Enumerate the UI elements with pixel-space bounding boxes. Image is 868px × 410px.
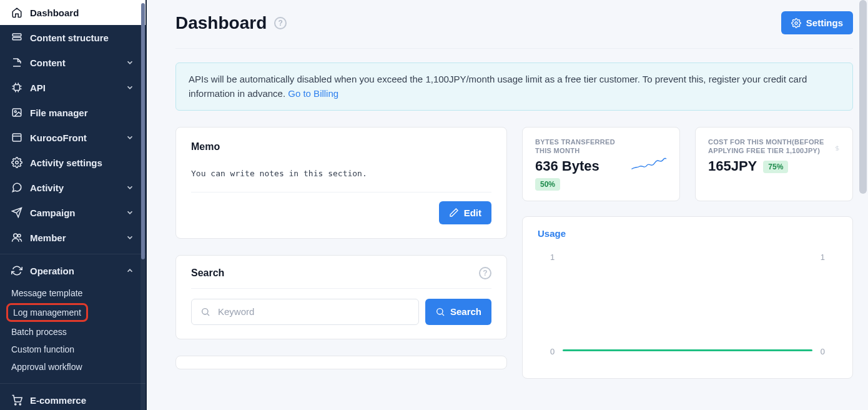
dollar-icon: [834, 140, 840, 156]
usage-axis-right-min: 0: [821, 347, 825, 356]
svg-point-4: [14, 111, 16, 112]
svg-point-7: [14, 234, 17, 238]
sidebar-item-content-structure[interactable]: Content structure: [0, 25, 145, 50]
settings-button[interactable]: Settings: [781, 11, 853, 34]
sidebar-item-campaign[interactable]: Campaign: [0, 200, 145, 225]
sidebar-item-activity-settings[interactable]: Activity settings: [0, 150, 145, 175]
billing-alert: APIs will be automatically disabled when…: [175, 62, 853, 111]
usage-chart: 1 0 1 0: [538, 252, 837, 359]
column-left: Memo You can write notes in this section…: [175, 127, 507, 369]
memo-title: Memo: [191, 141, 220, 152]
dashboard-columns: Memo You can write notes in this section…: [175, 127, 853, 379]
sidebar-item-member[interactable]: Member: [0, 225, 145, 250]
image-icon: [11, 107, 22, 118]
window-icon: [11, 132, 22, 143]
sidebar-subitem-log-management[interactable]: Log management: [6, 303, 88, 322]
refresh-icon: [11, 265, 22, 276]
chevron-down-icon: [126, 133, 134, 142]
svg-point-12: [202, 308, 208, 314]
cart-icon: [11, 394, 22, 406]
billing-link[interactable]: Go to Billing: [288, 88, 338, 99]
sidebar-item-label: Member: [30, 232, 66, 243]
sidebar-item-dashboard[interactable]: Dashboard: [0, 0, 145, 25]
memo-card: Memo You can write notes in this section…: [175, 127, 507, 239]
stat-cost-label: COST FOR THIS MONTH(BEFORE APPLYING FREE…: [708, 138, 829, 156]
sidebar-scrollbar-thumb[interactable]: [141, 3, 145, 259]
sidebar-item-label: Dashboard: [30, 8, 79, 18]
search-input[interactable]: [217, 306, 410, 318]
usage-chart-line: [563, 349, 812, 351]
stat-cost-value: 165JPY: [708, 158, 757, 174]
sidebar-divider: [0, 254, 145, 254]
sidebar-item-label: Campaign: [30, 208, 76, 218]
memo-edit-label: Edit: [464, 208, 481, 218]
sidebar-item-label: Activity: [30, 182, 64, 193]
home-icon: [11, 7, 22, 18]
svg-point-6: [16, 161, 19, 164]
stat-cost-badge: 75%: [763, 161, 788, 173]
sidebar-subitem-approval-workflow[interactable]: Approval workflow: [0, 358, 145, 376]
column-right: BYTES TRANSFERRED THIS MONTH 636 Bytes 5…: [522, 127, 853, 379]
usage-axis-right-max: 1: [821, 252, 825, 262]
svg-rect-1: [12, 38, 21, 40]
help-icon[interactable]: ?: [274, 17, 287, 29]
main-scrollbar-track[interactable]: [858, 0, 868, 410]
sidebar-item-label: Content structure: [30, 32, 109, 43]
sidebar-item-file-manager[interactable]: File manager: [0, 100, 145, 125]
svg-rect-0: [12, 34, 21, 36]
sidebar-item-label: File manager: [30, 108, 88, 118]
stat-bytes-label: BYTES TRANSFERRED THIS MONTH: [535, 138, 626, 156]
settings-button-label: Settings: [806, 18, 843, 28]
search-button[interactable]: Search: [425, 299, 491, 325]
main-content: Dashboard ? Settings APIs will be automa…: [147, 0, 868, 410]
sidebar-item-api[interactable]: API: [0, 75, 145, 100]
sidebar-item-ecommerce[interactable]: E-commerce: [0, 388, 145, 410]
memo-body: You can write notes in this section.: [191, 160, 491, 192]
users-icon: [11, 232, 22, 243]
svg-rect-5: [12, 134, 21, 141]
search-icon: [200, 307, 210, 317]
stat-bytes-badge: 50%: [535, 178, 560, 191]
search-icon: [435, 307, 445, 317]
stat-bytes-value: 636 Bytes: [535, 158, 626, 174]
sidebar-item-label: Activity settings: [30, 158, 102, 168]
svg-point-13: [437, 308, 443, 314]
edit-square-icon: [11, 57, 22, 68]
main-scrollbar-thumb[interactable]: [859, 0, 867, 194]
help-icon[interactable]: ?: [479, 267, 491, 279]
sidebar: Dashboard Content structure Content API …: [0, 0, 147, 410]
sidebar-item-activity[interactable]: Activity: [0, 175, 145, 200]
search-card: Search ? Search: [175, 255, 507, 339]
chevron-down-icon: [126, 83, 134, 92]
chip-icon: [11, 82, 22, 93]
sidebar-scrollbar-track[interactable]: [141, 0, 145, 410]
page-title-wrap: Dashboard ?: [175, 13, 287, 33]
sidebar-subitem-message-template[interactable]: Message template: [0, 284, 145, 302]
sidebar-subitem-custom-function[interactable]: Custom function: [0, 341, 145, 358]
sidebar-item-kurocofront[interactable]: KurocoFront: [0, 125, 145, 150]
page-title: Dashboard: [175, 13, 267, 33]
card-placeholder: [175, 356, 507, 369]
search-input-wrap[interactable]: [191, 299, 419, 325]
chevron-down-icon: [126, 183, 134, 192]
sidebar-item-content[interactable]: Content: [0, 50, 145, 75]
sidebar-subitem-batch-process[interactable]: Batch process: [0, 323, 145, 341]
sidebar-item-label: E-commerce: [30, 395, 86, 406]
gear-icon: [11, 157, 22, 168]
svg-point-8: [18, 234, 21, 238]
sparkline-icon: [631, 154, 667, 174]
chevron-up-icon: [126, 266, 134, 275]
search-button-label: Search: [450, 306, 481, 317]
svg-point-11: [795, 22, 797, 24]
page-header: Dashboard ? Settings: [175, 11, 853, 49]
sidebar-item-operation[interactable]: Operation: [0, 258, 145, 283]
stat-cards-row: BYTES TRANSFERRED THIS MONTH 636 Bytes 5…: [522, 127, 853, 202]
pencil-icon: [449, 208, 459, 218]
memo-edit-button[interactable]: Edit: [439, 201, 491, 224]
chevron-down-icon: [126, 208, 134, 217]
usage-axis-left-min: 0: [550, 347, 555, 356]
search-title: Search: [191, 268, 224, 279]
gear-icon: [791, 18, 801, 28]
chevron-down-icon: [126, 58, 134, 67]
chevron-down-icon: [126, 233, 134, 242]
